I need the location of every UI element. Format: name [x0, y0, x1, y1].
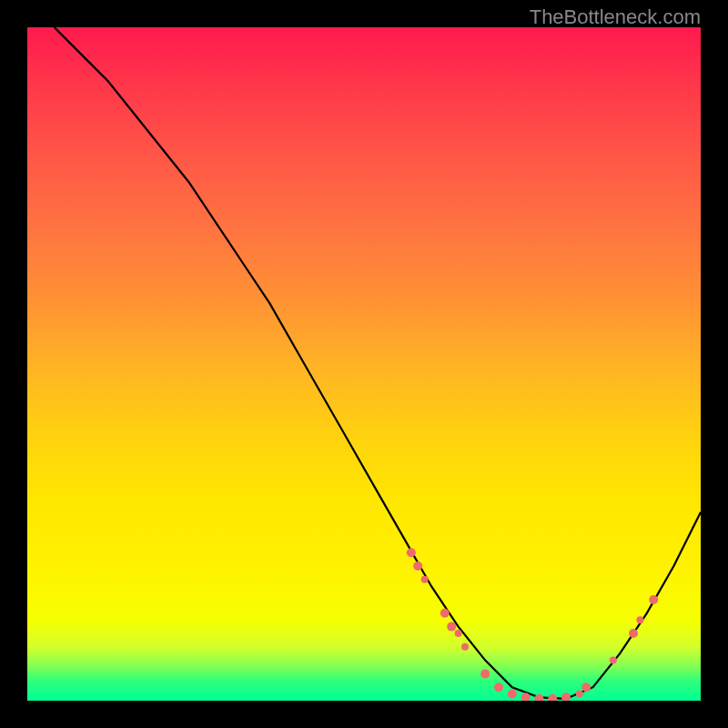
data-marker [636, 616, 643, 623]
chart-container: TheBottleneck.com [0, 0, 728, 728]
data-marker [508, 690, 517, 699]
chart-svg [27, 27, 701, 701]
data-marker [421, 576, 429, 583]
data-marker [494, 682, 503, 692]
data-marker [440, 609, 450, 618]
data-marker [413, 561, 422, 571]
data-marker [581, 682, 591, 692]
plot-area [27, 27, 701, 701]
data-marker [548, 694, 557, 701]
data-marker [576, 691, 583, 698]
data-marker [480, 669, 490, 678]
data-marker [629, 629, 638, 638]
data-marker [649, 595, 658, 604]
data-marker [461, 643, 469, 651]
data-marker [447, 622, 456, 632]
curve-markers [407, 548, 658, 701]
curve-line [55, 27, 701, 699]
watermark-label: TheBottleneck.com [530, 5, 701, 29]
data-marker [561, 693, 571, 701]
data-marker [455, 630, 462, 637]
data-marker [407, 548, 416, 557]
data-marker [610, 657, 617, 664]
